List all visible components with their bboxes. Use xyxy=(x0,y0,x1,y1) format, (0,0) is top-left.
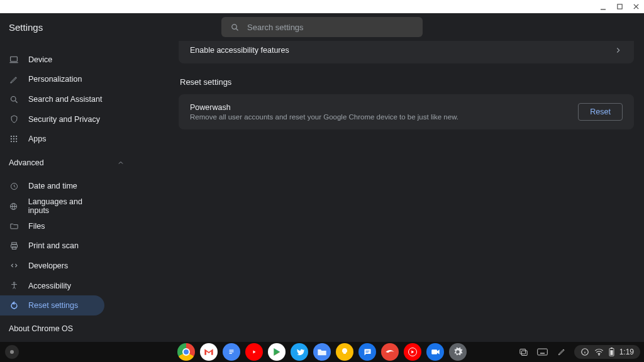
reset-icon xyxy=(9,300,19,310)
svg-line-5 xyxy=(236,28,238,30)
tray-keyboard-icon[interactable] xyxy=(536,346,549,358)
shelf-app-duo[interactable] xyxy=(426,343,444,361)
tray-stylus-icon[interactable] xyxy=(555,346,568,358)
svg-point-14 xyxy=(13,138,14,140)
svg-point-50 xyxy=(599,354,599,355)
shelf-app-keep[interactable] xyxy=(336,343,353,361)
shelf-app-messages[interactable] xyxy=(358,343,376,361)
svg-rect-53 xyxy=(610,350,613,355)
svg-rect-6 xyxy=(11,57,18,61)
sidebar-item-label: Reset settings xyxy=(28,301,78,310)
svg-rect-29 xyxy=(230,353,232,354)
tray-overview-icon[interactable] xyxy=(518,346,530,358)
sidebar-item-security-privacy[interactable]: Security and Privacy xyxy=(0,109,104,129)
tray-battery-icon xyxy=(609,348,614,356)
sidebar-advanced-toggle[interactable]: Advanced xyxy=(0,153,133,173)
sidebar-item-developers[interactable]: Developers xyxy=(0,256,104,276)
svg-marker-38 xyxy=(437,349,440,354)
sidebar-item-label: Security and Privacy xyxy=(28,115,100,124)
search-box[interactable] xyxy=(221,17,423,37)
svg-point-4 xyxy=(232,24,237,29)
svg-point-16 xyxy=(11,141,12,142)
powerwash-title: Powerwash xyxy=(190,103,458,112)
maximize-button[interactable] xyxy=(615,3,624,11)
main-panel: Enable accessibility features Reset sett… xyxy=(133,41,644,342)
sidebar-item-date-time[interactable]: Date and time xyxy=(0,177,104,197)
sidebar-item-reset-settings[interactable]: Reset settings xyxy=(0,295,104,315)
shelf-app-ytmusic[interactable] xyxy=(404,343,421,361)
svg-point-12 xyxy=(16,136,17,137)
shield-icon xyxy=(9,114,19,124)
sidebar-item-languages[interactable]: Languages and inputs xyxy=(0,196,104,216)
sidebar-item-accessibility[interactable]: Accessibility xyxy=(0,276,104,296)
sidebar-item-label: Apps xyxy=(28,134,47,143)
pencil-icon xyxy=(9,74,19,84)
sidebar-item-label: Personalization xyxy=(28,75,82,84)
sidebar-item-search-assistant[interactable]: Search and Assistant xyxy=(0,89,104,109)
svg-rect-25 xyxy=(12,247,16,250)
svg-marker-31 xyxy=(274,348,280,356)
svg-point-13 xyxy=(11,138,12,140)
reset-button[interactable]: Reset xyxy=(578,103,623,121)
search-icon xyxy=(230,23,240,32)
launcher-button[interactable] xyxy=(5,345,19,359)
shelf-app-settings[interactable] xyxy=(449,343,467,361)
minimize-button[interactable] xyxy=(599,3,608,11)
shelf-apps xyxy=(177,343,467,361)
svg-point-8 xyxy=(11,96,16,101)
svg-marker-30 xyxy=(253,351,256,354)
shelf-app-chrome[interactable] xyxy=(177,343,195,361)
svg-rect-41 xyxy=(538,349,548,355)
print-icon xyxy=(9,241,19,251)
shelf-app-play[interactable] xyxy=(268,343,286,361)
svg-rect-35 xyxy=(365,351,368,352)
sidebar-item-label: Device xyxy=(28,55,52,64)
svg-rect-27 xyxy=(230,350,234,351)
shelf-app-stadia[interactable] xyxy=(381,343,399,361)
sidebar-item-files[interactable]: Files xyxy=(0,216,104,236)
svg-point-10 xyxy=(11,136,12,137)
svg-point-17 xyxy=(13,141,14,142)
svg-rect-34 xyxy=(365,351,369,351)
magnify-icon xyxy=(9,94,19,104)
sidebar-item-device[interactable]: Device xyxy=(0,50,104,70)
folder-icon xyxy=(9,221,19,231)
sidebar-item-apps[interactable]: Apps xyxy=(0,129,104,149)
svg-rect-37 xyxy=(431,349,437,354)
svg-point-15 xyxy=(16,138,17,140)
svg-point-26 xyxy=(13,282,15,284)
sidebar-item-label: Developers xyxy=(28,261,68,270)
sidebar-item-label: Search and Assistant xyxy=(28,95,102,104)
powerwash-text: Powerwash Remove all user accounts and r… xyxy=(190,103,458,121)
shelf-app-docs[interactable] xyxy=(223,343,240,361)
chevron-right-icon xyxy=(614,46,623,55)
sidebar-item-label: Languages and inputs xyxy=(28,197,104,215)
svg-rect-28 xyxy=(230,351,234,352)
status-pill[interactable]: 1:19 xyxy=(574,345,640,359)
search-input[interactable] xyxy=(247,23,414,32)
tray-info-icon xyxy=(580,348,589,356)
close-button[interactable] xyxy=(631,3,640,11)
sidebar-item-personalization[interactable]: Personalization xyxy=(0,70,104,90)
shelf-app-gmail[interactable] xyxy=(200,343,218,361)
tray-clock: 1:19 xyxy=(619,348,634,356)
shelf-app-files[interactable] xyxy=(313,343,331,361)
svg-rect-1 xyxy=(617,4,621,9)
svg-point-18 xyxy=(16,141,17,142)
shelf-app-twitter[interactable] xyxy=(291,343,308,361)
powerwash-card: Powerwash Remove all user accounts and r… xyxy=(179,94,634,129)
sidebar-about[interactable]: About Chrome OS xyxy=(0,315,133,342)
accessibility-card: Enable accessibility features xyxy=(179,41,634,63)
powerwash-desc: Remove all user accounts and reset your … xyxy=(190,113,458,121)
accessibility-row-label: Enable accessibility features xyxy=(190,46,289,55)
shelf-app-youtube[interactable] xyxy=(245,343,263,361)
sidebar-item-print-scan[interactable]: Print and scan xyxy=(0,236,104,256)
accessibility-row[interactable]: Enable accessibility features xyxy=(179,41,634,63)
code-icon xyxy=(9,261,19,271)
grid-icon xyxy=(9,134,19,144)
svg-rect-39 xyxy=(520,349,526,354)
globe-icon xyxy=(9,201,19,211)
window-titlebar xyxy=(0,0,644,13)
sidebar-item-label: Print and scan xyxy=(28,241,79,250)
svg-line-9 xyxy=(15,101,17,102)
